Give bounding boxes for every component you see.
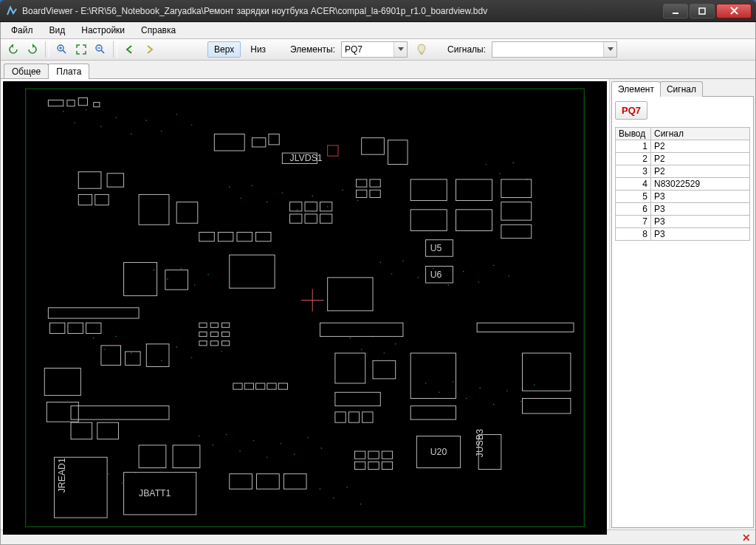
svg-rect-4 <box>420 52 423 55</box>
col-signal[interactable]: Сигнал <box>651 128 750 140</box>
svg-point-71 <box>395 343 396 345</box>
menu-view[interactable]: Вид <box>42 24 73 37</box>
close-button[interactable] <box>716 4 752 18</box>
col-pin[interactable]: Вывод <box>616 128 651 140</box>
rotate-ccw-icon[interactable] <box>5 41 21 58</box>
menu-settings[interactable]: Настройки <box>74 24 132 37</box>
right-panel: Элемент Сигнал PQ7 Вывод Сигнал <box>609 79 755 529</box>
signals-combo[interactable] <box>492 41 617 58</box>
svg-point-85 <box>333 498 334 499</box>
menubar: Файл Вид Настройки Справка <box>1 22 755 38</box>
pin-signal: P3 <box>651 216 750 228</box>
pin-signal: N83022529 <box>651 178 750 191</box>
zoom-in-icon[interactable] <box>54 41 70 58</box>
svg-point-47 <box>221 351 223 352</box>
tab-signal[interactable]: Сигнал <box>660 81 703 97</box>
pin-signal: P3 <box>651 191 750 203</box>
signals-label: Сигналы: <box>447 44 486 55</box>
svg-point-57 <box>321 448 323 449</box>
svg-point-29 <box>391 273 393 275</box>
signals-input[interactable] <box>492 42 603 57</box>
svg-point-65 <box>520 401 522 402</box>
tab-element[interactable]: Элемент <box>611 81 661 97</box>
svg-point-50 <box>226 434 227 436</box>
table-row[interactable]: 5P3 <box>616 191 750 203</box>
tab-general[interactable]: Общее <box>4 64 49 79</box>
svg-point-41 <box>131 352 132 354</box>
table-row[interactable]: 2P2 <box>616 153 750 165</box>
table-row[interactable]: 1P2 <box>616 140 750 153</box>
svg-point-84 <box>320 488 321 490</box>
side-top-label: Верх <box>214 44 234 55</box>
svg-point-60 <box>453 381 454 383</box>
forward-icon[interactable] <box>141 41 157 58</box>
minimize-button[interactable] <box>663 4 688 18</box>
side-bottom-button[interactable]: Низ <box>244 41 272 58</box>
titlebar[interactable]: BoardViewer - E:\RR\56_Notebook_Zaryadka… <box>0 0 756 22</box>
pin-signal: P3 <box>651 203 750 216</box>
side-top-button[interactable]: Верх <box>207 41 241 58</box>
svg-point-31 <box>418 277 419 278</box>
svg-point-67 <box>350 337 351 339</box>
label-u20: U20 <box>430 447 447 457</box>
svg-point-24 <box>312 196 313 197</box>
pin-signal: P2 <box>651 165 750 178</box>
svg-point-54 <box>280 443 281 445</box>
svg-point-75 <box>194 284 196 286</box>
svg-point-34 <box>463 271 464 272</box>
back-icon[interactable] <box>122 41 138 58</box>
label-jread1: JREAD1 <box>57 458 67 493</box>
label-u5: U5 <box>430 243 442 253</box>
elements-input[interactable] <box>342 42 394 57</box>
right-tabs: Элемент Сигнал <box>611 80 754 96</box>
board-viewport[interactable]: JLVDS1 U5 U6 <box>3 81 607 527</box>
client-area: Файл Вид Настройки Справка Верх Низ Элем… <box>0 22 756 545</box>
svg-point-12 <box>116 117 117 118</box>
svg-rect-0 <box>673 13 678 14</box>
pin-number: 7 <box>616 216 651 228</box>
label-jlvds1: JLVDS1 <box>290 153 323 163</box>
app-icon <box>6 5 18 17</box>
svg-point-27 <box>357 200 359 202</box>
svg-point-68 <box>361 349 362 350</box>
table-row[interactable]: 3P2 <box>616 165 750 178</box>
pin-number: 3 <box>616 165 651 178</box>
svg-point-48 <box>199 436 200 437</box>
chevron-down-icon[interactable] <box>394 42 407 57</box>
menu-file[interactable]: Файл <box>4 24 41 37</box>
svg-point-82 <box>122 482 123 484</box>
svg-point-15 <box>161 131 162 132</box>
table-row[interactable]: 7P3 <box>616 216 750 228</box>
table-row[interactable]: 8P3 <box>616 228 750 241</box>
svg-point-20 <box>252 185 253 186</box>
table-row[interactable]: 4N83022529 <box>616 178 750 191</box>
zoom-out-icon[interactable] <box>92 41 109 58</box>
table-row[interactable]: 6P3 <box>616 203 750 216</box>
svg-point-14 <box>145 120 147 121</box>
label-jusb3: JUSB3 <box>475 429 485 457</box>
svg-point-9 <box>74 122 75 123</box>
elements-combo[interactable] <box>341 41 408 58</box>
svg-point-62 <box>479 387 481 388</box>
svg-point-53 <box>267 456 268 458</box>
svg-point-8 <box>63 111 64 112</box>
status-close-icon[interactable]: ✕ <box>742 532 751 544</box>
pcb-canvas[interactable]: JLVDS1 U5 U6 <box>3 81 607 535</box>
rotate-cw-icon[interactable] <box>24 41 41 58</box>
tab-board[interactable]: Плата <box>48 64 89 79</box>
selected-element-chip[interactable]: PQ7 <box>615 101 647 120</box>
toolbar-separator <box>45 41 49 58</box>
svg-point-79 <box>512 162 514 164</box>
maximize-button[interactable] <box>690 4 715 18</box>
svg-point-74 <box>180 268 182 270</box>
menu-help[interactable]: Справка <box>134 24 183 37</box>
pin-signal: P2 <box>651 140 750 153</box>
bulb-icon[interactable] <box>413 41 430 58</box>
svg-point-35 <box>478 281 479 283</box>
svg-point-22 <box>282 193 284 194</box>
svg-point-63 <box>493 404 495 405</box>
svg-point-11 <box>100 126 102 128</box>
pin-number: 8 <box>616 228 651 241</box>
chevron-down-icon[interactable] <box>603 42 616 57</box>
zoom-fit-icon[interactable] <box>73 41 89 58</box>
